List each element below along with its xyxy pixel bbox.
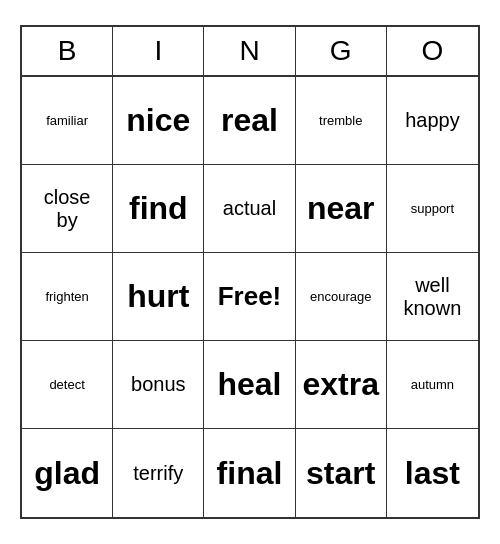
cell-text: start <box>306 455 375 492</box>
bingo-cell[interactable]: familiar <box>22 77 113 165</box>
bingo-cell[interactable]: real <box>204 77 295 165</box>
cell-text: wellknown <box>403 274 461 320</box>
header-letter: O <box>387 27 478 75</box>
header-letter: I <box>113 27 204 75</box>
bingo-cell[interactable]: start <box>296 429 387 517</box>
bingo-header: BINGO <box>22 27 478 77</box>
bingo-cell[interactable]: find <box>113 165 204 253</box>
cell-text: nice <box>126 102 190 139</box>
bingo-cell[interactable]: final <box>204 429 295 517</box>
cell-text: extra <box>302 366 379 403</box>
header-letter: G <box>296 27 387 75</box>
header-letter: N <box>204 27 295 75</box>
bingo-cell[interactable]: wellknown <box>387 253 478 341</box>
bingo-grid: familiarnicerealtremblehappyclosebyfinda… <box>22 77 478 517</box>
cell-text: near <box>307 190 375 227</box>
cell-text: support <box>411 201 454 216</box>
bingo-cell[interactable]: extra <box>296 341 387 429</box>
bingo-cell[interactable]: nice <box>113 77 204 165</box>
cell-text: last <box>405 455 460 492</box>
bingo-cell[interactable]: glad <box>22 429 113 517</box>
bingo-cell[interactable]: frighten <box>22 253 113 341</box>
cell-text: detect <box>49 377 84 392</box>
bingo-cell[interactable]: hurt <box>113 253 204 341</box>
bingo-cell[interactable]: actual <box>204 165 295 253</box>
cell-text: bonus <box>131 373 186 396</box>
cell-text: tremble <box>319 113 362 128</box>
bingo-cell[interactable]: terrify <box>113 429 204 517</box>
cell-text: hurt <box>127 278 189 315</box>
bingo-cell[interactable]: happy <box>387 77 478 165</box>
cell-text: closeby <box>44 186 91 232</box>
cell-text: autumn <box>411 377 454 392</box>
cell-text: final <box>217 455 283 492</box>
cell-text: Free! <box>218 281 282 312</box>
cell-text: encourage <box>310 289 371 304</box>
cell-text: glad <box>34 455 100 492</box>
cell-text: actual <box>223 197 276 220</box>
header-letter: B <box>22 27 113 75</box>
bingo-cell[interactable]: support <box>387 165 478 253</box>
cell-text: heal <box>217 366 281 403</box>
cell-text: real <box>221 102 278 139</box>
bingo-card: BINGO familiarnicerealtremblehappycloseb… <box>20 25 480 519</box>
bingo-cell[interactable]: detect <box>22 341 113 429</box>
cell-text: frighten <box>45 289 88 304</box>
cell-text: happy <box>405 109 460 132</box>
bingo-cell[interactable]: autumn <box>387 341 478 429</box>
bingo-cell[interactable]: closeby <box>22 165 113 253</box>
bingo-cell[interactable]: heal <box>204 341 295 429</box>
cell-text: terrify <box>133 462 183 485</box>
bingo-cell[interactable]: encourage <box>296 253 387 341</box>
cell-text: find <box>129 190 188 227</box>
bingo-cell[interactable]: last <box>387 429 478 517</box>
bingo-cell[interactable]: near <box>296 165 387 253</box>
cell-text: familiar <box>46 113 88 128</box>
bingo-cell[interactable]: Free! <box>204 253 295 341</box>
bingo-cell[interactable]: tremble <box>296 77 387 165</box>
bingo-cell[interactable]: bonus <box>113 341 204 429</box>
